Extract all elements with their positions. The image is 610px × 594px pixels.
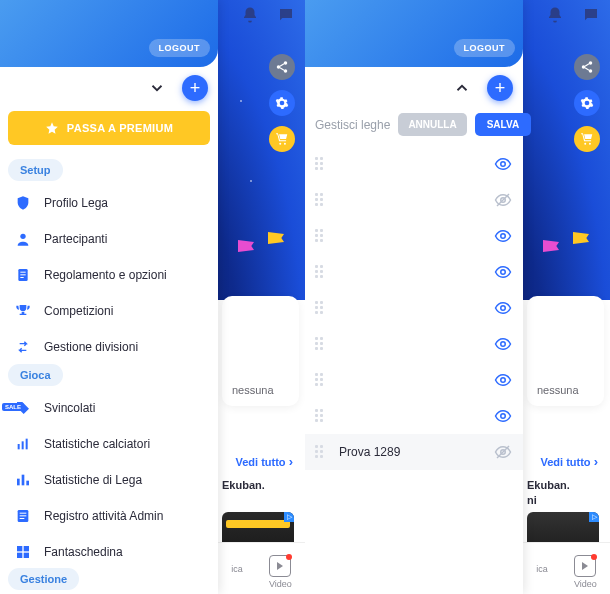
eye-visible-icon[interactable]: [493, 370, 513, 390]
bottom-nav: ica Video: [523, 542, 610, 594]
eye-visible-icon[interactable]: [493, 334, 513, 354]
section-gioca[interactable]: Gioca: [8, 364, 63, 386]
salva-button[interactable]: SALVA: [475, 113, 531, 136]
share-button[interactable]: [269, 54, 295, 80]
screen-left-menu: nessuna Vedi tutto › Ekuban. ▷ ica Video…: [0, 0, 305, 594]
chat-icon[interactable]: [580, 4, 602, 26]
eye-visible-icon[interactable]: [493, 226, 513, 246]
toggle-row: +: [305, 67, 523, 105]
news-card: nessuna: [527, 296, 604, 406]
logout-button[interactable]: LOGOUT: [149, 39, 211, 57]
menu-item-label: Statistiche calciatori: [44, 437, 150, 451]
drag-handle-icon[interactable]: [315, 337, 329, 351]
log-icon: [14, 507, 32, 525]
bottom-nav: ica Video: [218, 542, 305, 594]
league-row[interactable]: [305, 182, 523, 218]
league-row[interactable]: [305, 290, 523, 326]
league-row[interactable]: [305, 326, 523, 362]
flags-decoration: [523, 228, 610, 268]
league-row[interactable]: [305, 362, 523, 398]
menu-item-fantaschedina[interactable]: Fantaschedina: [0, 534, 218, 561]
settings-button[interactable]: [269, 90, 295, 116]
section-setup[interactable]: Setup: [8, 159, 63, 181]
section-gestione[interactable]: Gestione: [8, 568, 79, 590]
svg-point-0: [284, 61, 288, 64]
drag-handle-icon[interactable]: [315, 445, 329, 459]
league-row[interactable]: Prova 1289: [305, 434, 523, 470]
svg-point-39: [501, 414, 506, 419]
nessuna-label: nessuna: [537, 384, 594, 396]
bottom-nav-other[interactable]: ica: [536, 564, 548, 574]
eye-visible-icon[interactable]: [493, 262, 513, 282]
add-button[interactable]: +: [182, 75, 208, 101]
eye-visible-icon[interactable]: [493, 298, 513, 318]
menu-item-statistiche-di-lega[interactable]: Statistiche di Lega: [0, 462, 218, 498]
menu-item-profilo-lega[interactable]: Profilo Lega: [0, 185, 218, 221]
logout-button[interactable]: LOGOUT: [454, 39, 516, 57]
bell-icon[interactable]: [544, 4, 566, 26]
bottom-nav-other[interactable]: ica: [231, 564, 243, 574]
menu-item-regolamento-e-opzioni[interactable]: Regolamento e opzioni: [0, 257, 218, 293]
add-button[interactable]: +: [487, 75, 513, 101]
news-card: nessuna: [222, 296, 299, 406]
league-row[interactable]: [305, 254, 523, 290]
share-button[interactable]: [574, 54, 600, 80]
drag-handle-icon[interactable]: [315, 193, 329, 207]
bottom-nav-video[interactable]: Video: [574, 549, 597, 589]
svg-rect-13: [22, 441, 24, 449]
drag-handle-icon[interactable]: [315, 157, 329, 171]
svg-point-36: [501, 306, 506, 311]
chevron-down-icon[interactable]: [144, 75, 170, 101]
svg-point-31: [501, 162, 506, 167]
chevron-up-icon[interactable]: [449, 75, 475, 101]
eye-visible-icon[interactable]: [493, 154, 513, 174]
svg-point-37: [501, 342, 506, 347]
drag-handle-icon[interactable]: [315, 301, 329, 315]
menu-item-label: Fantaschedina: [44, 545, 123, 559]
drag-handle-icon[interactable]: [315, 265, 329, 279]
drag-handle-icon[interactable]: [315, 409, 329, 423]
eye-visible-icon[interactable]: [493, 406, 513, 426]
menu-item-statistiche-calciatori[interactable]: Statistiche calciatori: [0, 426, 218, 462]
annulla-button[interactable]: ANNULLA: [398, 113, 466, 136]
cart-button[interactable]: [574, 126, 600, 152]
vedi-tutto-link[interactable]: Vedi tutto ›: [527, 450, 604, 473]
play-icon: [574, 555, 596, 577]
settings-button[interactable]: [574, 90, 600, 116]
menu-item-registro-attività-admin[interactable]: Registro attività Admin: [0, 498, 218, 534]
screen-right-manage: nessuna Vedi tutto › Ekuban.ni ▷ ica Vid…: [305, 0, 610, 594]
svg-rect-24: [17, 552, 22, 557]
menu-item-label: Gestione divisioni: [44, 340, 138, 354]
svg-point-5: [20, 234, 25, 239]
nessuna-label: nessuna: [232, 384, 289, 396]
chat-icon[interactable]: [275, 4, 297, 26]
drag-handle-icon[interactable]: [315, 229, 329, 243]
svg-rect-8: [20, 274, 25, 275]
doc-icon: [14, 266, 32, 284]
league-row[interactable]: [305, 146, 523, 182]
vedi-tutto-link[interactable]: Vedi tutto ›: [222, 450, 299, 473]
league-name: Prova 1289: [339, 445, 483, 459]
svg-rect-7: [20, 272, 25, 273]
svg-rect-19: [20, 512, 27, 513]
svg-rect-15: [17, 478, 20, 485]
menu-item-partecipanti[interactable]: Partecipanti: [0, 221, 218, 257]
menu-item-label: Registro attività Admin: [44, 509, 163, 523]
menu-setup: Profilo LegaPartecipantiRegolamento e op…: [0, 185, 218, 356]
menu-item-competizioni[interactable]: Competizioni: [0, 293, 218, 329]
menu-item-svincolati[interactable]: SvincolatiSALE: [0, 390, 218, 426]
cart-button[interactable]: [269, 126, 295, 152]
drag-handle-icon[interactable]: [315, 373, 329, 387]
chart-icon: [14, 471, 32, 489]
menu-item-label: Competizioni: [44, 304, 113, 318]
svg-point-2: [284, 69, 288, 73]
bottom-nav-video[interactable]: Video: [269, 549, 292, 589]
bell-icon[interactable]: [239, 4, 261, 26]
svg-rect-12: [18, 444, 20, 449]
league-row[interactable]: [305, 218, 523, 254]
league-row[interactable]: [305, 398, 523, 434]
menu-item-gestione-divisioni[interactable]: Gestione divisioni: [0, 329, 218, 356]
premium-button[interactable]: PASSA A PREMIUM: [8, 111, 210, 145]
eye-hidden-icon[interactable]: [493, 442, 513, 462]
eye-hidden-icon[interactable]: [493, 190, 513, 210]
